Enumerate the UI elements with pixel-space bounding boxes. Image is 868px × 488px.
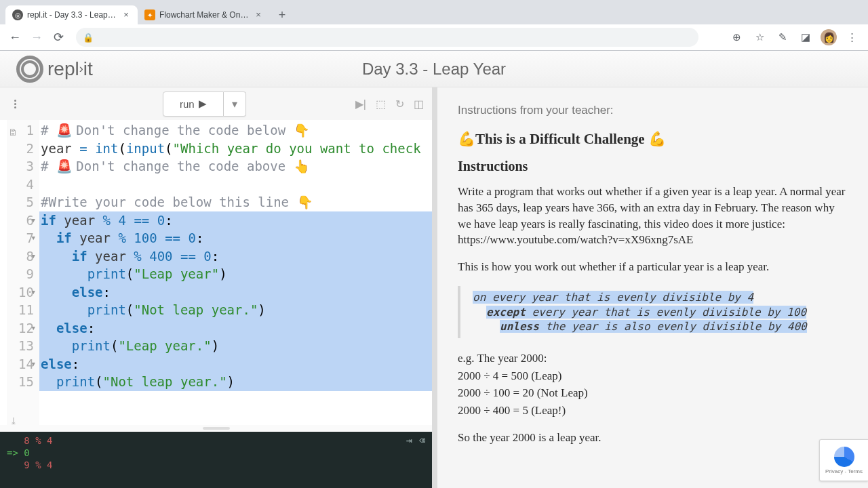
- close-icon[interactable]: ×: [254, 10, 263, 20]
- browser-toolbar: ← → ⟳ 🔒 ⊕ ☆ ✎ ◪ 👩 ⋮: [0, 24, 868, 50]
- logo-swirl-icon: [16, 56, 43, 83]
- run-dropdown[interactable]: ▾: [224, 92, 246, 117]
- recaptcha-privacy: Privacy: [825, 468, 843, 474]
- rule-3-bold: unless: [500, 320, 539, 333]
- rule-3-rest: the year is also evenly divisible by 400: [539, 320, 807, 333]
- pane-drag-handle[interactable]: [0, 425, 432, 432]
- star-icon[interactable]: ☆: [751, 29, 768, 45]
- zoom-icon[interactable]: ⊕: [728, 29, 745, 45]
- play-icon: ▶: [199, 98, 207, 110]
- profile-avatar[interactable]: 👩: [821, 29, 837, 45]
- refresh-icon[interactable]: ↻: [395, 98, 404, 110]
- new-tab-button[interactable]: +: [273, 5, 292, 24]
- forward-button[interactable]: →: [27, 28, 46, 47]
- drawio-favicon: ✦: [144, 9, 155, 20]
- run-button[interactable]: run▶: [163, 92, 224, 117]
- instructions-paragraph-2: This is how you work out whether if a pa…: [458, 259, 848, 275]
- replit-logo[interactable]: repl›it: [16, 56, 93, 83]
- instructions-header: Instructions from your teacher:: [458, 104, 848, 117]
- tab-title: Flowchart Maker & Online Diagra: [159, 10, 250, 20]
- main-split: run▶ ▾ ▶| ⬚ ↻ ◫ 🗎 123456▼7▼8▼910▼1112▼13…: [0, 87, 868, 488]
- extension-badge-icon[interactable]: ◪: [797, 29, 814, 45]
- example-line-2: 2000 ÷ 100 = 20 (Not Leap): [458, 385, 848, 401]
- logo-suffix: it: [83, 58, 93, 79]
- download-icon[interactable]: ⤓: [9, 415, 18, 426]
- code-content[interactable]: # 🚨 Don't change the code below 👇year = …: [39, 120, 432, 425]
- editor-toolbar: run▶ ▾ ▶| ⬚ ↻ ◫: [0, 87, 432, 120]
- replit-favicon: ◎: [12, 9, 23, 20]
- expand-icon[interactable]: ◫: [414, 98, 424, 110]
- back-button[interactable]: ←: [5, 28, 24, 47]
- rule-2-rest: every year that is evenly divisible by 1…: [526, 306, 806, 319]
- recaptcha-badge[interactable]: Privacy - Terms: [819, 439, 868, 481]
- console-clear-icon[interactable]: ⌫: [419, 434, 425, 447]
- code-editor[interactable]: 123456▼7▼8▼910▼1112▼1314▼15 # 🚨 Don't ch…: [0, 120, 432, 425]
- tab-replit[interactable]: ◎ repl.it - Day 3.3 - Leap Year ×: [5, 5, 138, 24]
- example-line-1: 2000 ÷ 4 = 500 (Leap): [458, 368, 848, 384]
- tab-strip: ◎ repl.it - Day 3.3 - Leap Year × ✦ Flow…: [0, 0, 868, 24]
- step-icon[interactable]: ▶|: [355, 98, 366, 110]
- console[interactable]: ⇥ ⌫ 8 % 4=> 0 9 % 4: [0, 432, 432, 488]
- reload-button[interactable]: ⟳: [49, 28, 68, 47]
- tab-drawio[interactable]: ✦ Flowchart Maker & Online Diagra ×: [138, 5, 270, 24]
- rule-1: on every year that is evenly divisible b…: [473, 291, 753, 304]
- challenge-heading: 💪This is a Difficult Challenge 💪: [458, 131, 848, 148]
- lock-icon: 🔒: [83, 33, 94, 43]
- logo-text: repl: [47, 58, 79, 79]
- menu-icon[interactable]: ⋮: [844, 29, 860, 45]
- recaptcha-logo-icon: [834, 447, 854, 467]
- rule-2-bold: except: [486, 306, 526, 319]
- instructions-paragraph-3: So the year 2000 is a leap year.: [458, 430, 848, 446]
- run-label: run: [180, 98, 195, 110]
- address-bar[interactable]: 🔒: [76, 28, 698, 47]
- recaptcha-terms: Terms: [848, 468, 863, 474]
- close-icon[interactable]: ×: [121, 10, 131, 20]
- app-header: repl›it Day 3.3 - Leap Year: [0, 51, 868, 87]
- browser-chrome: ◎ repl.it - Day 3.3 - Leap Year × ✦ Flow…: [0, 0, 868, 51]
- instructions-paragraph-1: Write a program that works out whether i…: [458, 184, 848, 248]
- extension-icon[interactable]: ✎: [774, 29, 791, 45]
- editor-pane: run▶ ▾ ▶| ⬚ ↻ ◫ 🗎 123456▼7▼8▼910▼1112▼13…: [0, 87, 437, 488]
- console-expand-icon[interactable]: ⇥: [406, 434, 412, 447]
- example-heading: e.g. The year 2000:: [458, 350, 848, 367]
- tab-title: repl.it - Day 3.3 - Leap Year: [27, 10, 117, 20]
- chevron-down-icon: ▾: [232, 98, 237, 110]
- instructions-heading: Instructions: [458, 159, 848, 174]
- line-gutter: 123456▼7▼8▼910▼1112▼1314▼15: [7, 120, 39, 425]
- more-menu-icon[interactable]: [8, 100, 22, 108]
- package-icon[interactable]: ⬚: [376, 98, 386, 110]
- instructions-pane: Instructions from your teacher: 💪This is…: [437, 87, 868, 488]
- page-title: Day 3.3 - Leap Year: [362, 60, 506, 79]
- rules-block: on every year that is evenly divisible b…: [458, 286, 848, 338]
- example-line-3: 2000 ÷ 400 = 5 (Leap!): [458, 403, 848, 419]
